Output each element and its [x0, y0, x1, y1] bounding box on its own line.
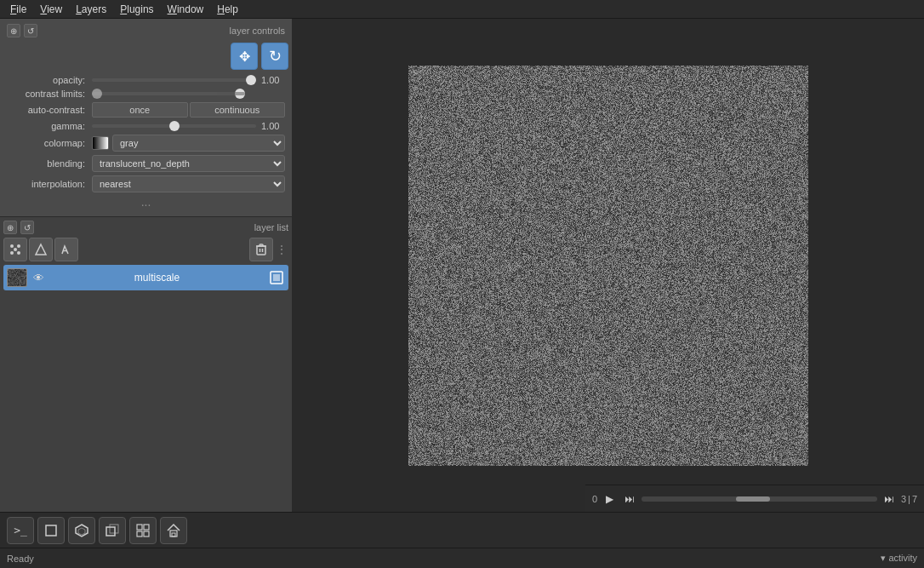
- svg-marker-11: [78, 528, 85, 535]
- auto-contrast-once[interactable]: once: [92, 102, 188, 118]
- menu-file[interactable]: File: [3, 2, 33, 17]
- layer-list-section: ⊕ ↺ layer list: [0, 217, 292, 512]
- opacity-control: 1.00: [92, 75, 285, 85]
- skip-to-start-btn[interactable]: ⏭: [881, 491, 898, 508]
- svg-rect-12: [106, 527, 115, 536]
- playback-bar: 0 ▶ ⏭ ⏭ 3 | 7: [585, 485, 924, 512]
- colormap-control: gray viridis plasma inferno magma: [92, 135, 285, 152]
- points-tool-btn[interactable]: [3, 238, 27, 261]
- layer-list-icon2[interactable]: ↺: [20, 221, 34, 234]
- gamma-slider[interactable]: [92, 124, 256, 128]
- layer-controls-icons: ⊕ ↺: [7, 24, 37, 37]
- 3d-btn[interactable]: [68, 517, 95, 544]
- gamma-value: 1.00: [261, 121, 285, 131]
- 3d-rotate-btn[interactable]: [99, 517, 126, 544]
- layer-thumbnail-canvas: [8, 269, 26, 286]
- layer-list-title: layer list: [254, 222, 288, 232]
- interpolation-control: nearest linear cubic: [92, 175, 285, 192]
- layer-list-icon1[interactable]: ⊕: [3, 221, 17, 234]
- svg-point-3: [17, 251, 20, 255]
- current-frame-num: 3: [901, 494, 906, 504]
- layer-controls-section: ⊕ ↺ layer controls ✥ ↻ opacity: 1.00: [0, 19, 292, 217]
- contrast-min-slider[interactable]: [92, 92, 245, 95]
- layer-item[interactable]: 👁 multiscale: [3, 265, 288, 290]
- opacity-label: opacity:: [7, 75, 92, 85]
- contrast-limits-row: contrast limits:: [3, 89, 288, 99]
- colormap-wrap: gray viridis plasma inferno magma: [92, 135, 285, 152]
- svg-rect-8: [273, 274, 280, 281]
- contrast-control: [92, 92, 285, 95]
- play-btn[interactable]: ▶: [601, 491, 618, 508]
- menu-help[interactable]: Help: [210, 2, 245, 17]
- menu-view[interactable]: View: [33, 2, 69, 17]
- gamma-control: 1.00: [92, 121, 285, 131]
- layer-list-icons: ⊕ ↺: [3, 221, 34, 234]
- timeline-track[interactable]: [642, 496, 877, 502]
- layer-controls-icon2[interactable]: ↺: [24, 24, 37, 37]
- gamma-label: gamma:: [7, 121, 92, 131]
- layer-controls-icon1[interactable]: ⊕: [7, 24, 20, 37]
- interpolation-select[interactable]: nearest linear cubic: [92, 175, 285, 192]
- home-btn[interactable]: [160, 517, 187, 544]
- blending-label: blending:: [7, 158, 92, 169]
- svg-point-2: [10, 251, 14, 255]
- grid-btn[interactable]: [129, 517, 157, 544]
- bottom-toolbar: >_: [0, 512, 924, 548]
- layer-list-header: ⊕ ↺ layer list: [3, 221, 288, 234]
- menubar: File View Layers Plugins Window Help: [0, 0, 924, 19]
- main-area: ⊕ ↺ layer controls ✥ ↻ opacity: 1.00: [0, 19, 924, 512]
- skip-to-end-btn[interactable]: ⏭: [621, 491, 638, 508]
- layer-menu-btn[interactable]: ⋮: [275, 238, 288, 261]
- delete-layer-btn[interactable]: [249, 238, 273, 261]
- main-viewport-canvas[interactable]: [408, 66, 808, 466]
- svg-rect-15: [144, 525, 149, 530]
- opacity-row: opacity: 1.00: [3, 75, 288, 85]
- current-frame-label: 0: [592, 494, 597, 504]
- blending-row: blending: translucent_no_depth transluce…: [3, 155, 288, 172]
- auto-contrast-continuous[interactable]: continuous: [190, 102, 286, 118]
- layer-thumbnail: [7, 268, 27, 287]
- move-btn[interactable]: ✥: [231, 43, 258, 70]
- svg-rect-17: [144, 531, 149, 536]
- blending-control: translucent_no_depth translucent additiv…: [92, 155, 285, 172]
- gamma-row: gamma: 1.00: [3, 121, 288, 131]
- interpolation-label: interpolation:: [7, 179, 92, 189]
- menu-window[interactable]: Window: [161, 2, 211, 17]
- terminal-btn[interactable]: >_: [7, 517, 34, 544]
- opacity-value: 1.00: [261, 75, 285, 85]
- layer-visibility-toggle[interactable]: 👁: [31, 270, 46, 285]
- layer-controls-header: ⊕ ↺ layer controls: [3, 22, 288, 39]
- menu-plugins[interactable]: Plugins: [113, 2, 160, 17]
- frame-sep: |: [908, 494, 910, 504]
- canvas-area[interactable]: 0 ▶ ⏭ ⏭ 3 | 7: [293, 19, 924, 512]
- transform-buttons: ✥ ↻: [3, 43, 288, 70]
- colormap-swatch: [92, 136, 109, 150]
- opacity-slider[interactable]: [92, 78, 256, 82]
- auto-contrast-buttons: once continuous: [92, 102, 285, 118]
- blending-select[interactable]: translucent_no_depth translucent additiv…: [92, 155, 285, 172]
- colormap-row: colormap: gray viridis plasma inferno ma…: [3, 135, 288, 152]
- left-panel: ⊕ ↺ layer controls ✥ ↻ opacity: 1.00: [0, 19, 293, 512]
- rect-btn[interactable]: [37, 517, 65, 544]
- timeline-thumb[interactable]: [736, 496, 770, 502]
- frame-info: 3 | 7: [901, 494, 917, 504]
- auto-contrast-label: auto-contrast:: [7, 105, 92, 115]
- expander-dots[interactable]: ···: [3, 196, 288, 213]
- svg-point-0: [10, 244, 14, 248]
- colormap-select[interactable]: gray viridis plasma inferno magma: [112, 135, 285, 152]
- menu-layers[interactable]: Layers: [69, 2, 113, 17]
- contrast-limits-label: contrast limits:: [7, 89, 92, 99]
- labels-tool-btn[interactable]: [54, 238, 78, 261]
- colormap-label: colormap:: [7, 138, 92, 148]
- rotate-btn[interactable]: ↻: [261, 43, 288, 70]
- shapes-tool-btn[interactable]: [29, 238, 53, 261]
- layer-type-icon: [268, 269, 285, 286]
- layer-controls-title: layer controls: [230, 26, 285, 36]
- status-bar: Ready ▾ activity: [0, 548, 924, 568]
- svg-rect-13: [110, 525, 118, 533]
- layer-name: multiscale: [49, 272, 265, 284]
- auto-contrast-row: auto-contrast: once continuous: [3, 102, 288, 118]
- interpolation-row: interpolation: nearest linear cubic: [3, 175, 288, 192]
- total-frames: 7: [912, 494, 917, 504]
- svg-rect-9: [46, 525, 56, 536]
